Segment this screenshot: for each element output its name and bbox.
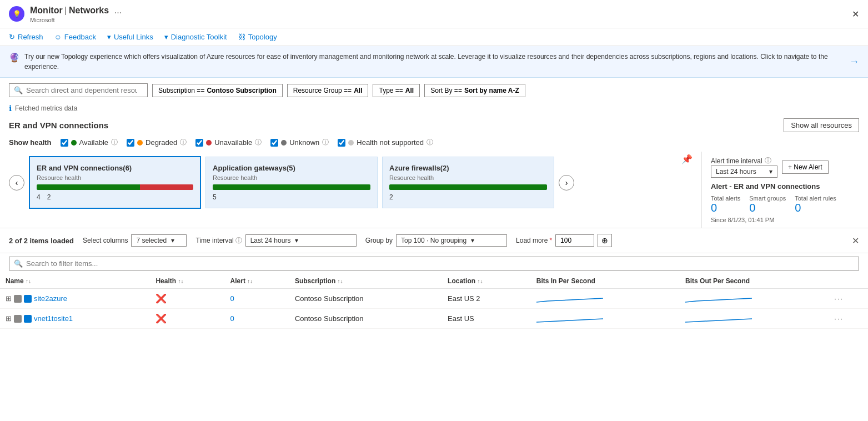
- resource-card-firewalls[interactable]: Azure firewalls(2) Resource health 2: [382, 157, 554, 208]
- feedback-button[interactable]: ☺ Feedback: [54, 33, 96, 41]
- banner-arrow-icon[interactable]: →: [849, 56, 859, 68]
- section-title: ER and VPN connections: [9, 121, 108, 130]
- row-health-cell-2: ❌: [150, 309, 224, 329]
- columns-control: Select columns 7 selected ▾: [83, 234, 187, 247]
- load-more-input[interactable]: [555, 234, 594, 247]
- row-alert-link-2[interactable]: 0: [230, 314, 234, 323]
- row-more-actions-2[interactable]: ···: [834, 314, 844, 323]
- useful-links-button[interactable]: ▾ Useful Links: [107, 33, 153, 41]
- col-location[interactable]: Location ↑↓: [442, 274, 531, 289]
- toolkit-chevron-icon: ▾: [164, 33, 168, 41]
- col-health[interactable]: Health ↑↓: [150, 274, 224, 289]
- row-bits-out-cell-2: [680, 309, 829, 329]
- card-red-bar: [140, 184, 193, 190]
- new-alert-button[interactable]: + New Alert: [782, 161, 829, 174]
- load-more-control: Load more * ⊕ hours: [516, 234, 612, 247]
- cards-section: 📌 ‹ ER and VPN connections(6) Resource h…: [0, 152, 701, 228]
- toolbar: ↻ Refresh ☺ Feedback ▾ Useful Links ▾ Di…: [0, 28, 868, 46]
- unknown-info-icon[interactable]: ⓘ: [322, 138, 329, 147]
- row-type-icon-2: [14, 315, 22, 323]
- interval-control-label: Time interval ⓘ: [195, 236, 242, 245]
- search-input[interactable]: [26, 86, 137, 94]
- feedback-icon: ☺: [54, 33, 62, 41]
- load-more-button[interactable]: ⊕: [598, 234, 612, 247]
- health-degraded: Degraded ⓘ: [127, 138, 187, 147]
- card-health-label-app-gateways: Resource health: [213, 174, 370, 181]
- header-subtitle: Microsoft: [30, 17, 125, 23]
- health-sort-icon: ↑↓: [178, 278, 183, 284]
- degraded-checkbox[interactable]: [127, 139, 134, 147]
- degraded-info-icon[interactable]: ⓘ: [180, 138, 187, 147]
- row-name-link-1[interactable]: site2azure: [34, 294, 67, 303]
- unavailable-info-icon[interactable]: ⓘ: [255, 138, 262, 147]
- col-name[interactable]: Name ↑↓: [0, 274, 150, 289]
- type-filter[interactable]: Type == All: [373, 84, 420, 97]
- resource-card-er-vpn[interactable]: ER and VPN connections(6) Resource healt…: [29, 156, 201, 209]
- group-by-chevron-icon: ▾: [471, 237, 474, 244]
- name-sort-icon: ↑↓: [26, 278, 31, 284]
- search-box[interactable]: 🔍: [9, 83, 148, 97]
- prev-card-button[interactable]: ‹: [9, 175, 24, 191]
- card-health-bar-firewalls: [389, 184, 547, 190]
- unknown-checkbox[interactable]: [270, 139, 278, 147]
- health-label: Show health: [9, 138, 52, 147]
- banner-content: 🔮 Try our new Topology experience which …: [9, 52, 849, 72]
- header-ellipsis-button[interactable]: ...: [111, 4, 125, 17]
- interval-label-group: Alert time interval ⓘ Last 24 hours ▾: [711, 156, 777, 178]
- close-panel-button[interactable]: ✕: [852, 235, 859, 246]
- bits-out-chart-1: [685, 292, 752, 303]
- group-by-label: Group by: [365, 237, 393, 244]
- col-subscription[interactable]: Subscription ↑↓: [289, 274, 442, 289]
- sort-by-filter[interactable]: Sort By == Sort by name A-Z: [424, 84, 525, 97]
- card-title-firewalls: Azure firewalls(2): [389, 164, 547, 172]
- next-card-button[interactable]: ›: [559, 175, 574, 191]
- row-name-link-2[interactable]: vnet1tosite1: [34, 314, 73, 323]
- health-not-supported-info-icon[interactable]: ⓘ: [427, 138, 433, 147]
- resource-group-filter[interactable]: Resource Group == All: [287, 84, 369, 97]
- subscription-filter[interactable]: Subscription == Contoso Subscription: [152, 84, 283, 97]
- columns-select[interactable]: 7 selected ▾: [131, 234, 187, 247]
- health-error-icon-2: ❌: [155, 314, 167, 323]
- row-name-cell: ⊞ site2azure: [0, 289, 150, 309]
- interval-info-icon[interactable]: ⓘ: [765, 156, 771, 166]
- pin-button[interactable]: 📌: [681, 154, 693, 164]
- col-alert[interactable]: Alert ↑↓: [225, 274, 289, 289]
- bits-in-chart-2: [536, 312, 603, 323]
- table-row: ⊞ site2azure ❌ 0 Contoso Subscription Ea…: [0, 289, 868, 309]
- health-not-supported-checkbox[interactable]: [338, 139, 345, 147]
- row-bits-in-cell-1: [531, 289, 680, 309]
- card-green-bar: [37, 184, 140, 190]
- info-icon: ℹ: [9, 104, 12, 113]
- health-unavailable: Unavailable ⓘ: [195, 138, 262, 147]
- health-error-icon-1: ❌: [155, 294, 167, 303]
- available-info-icon[interactable]: ⓘ: [111, 138, 118, 147]
- search-icon: 🔍: [14, 86, 23, 94]
- col-bits-out: Bits Out Per Second: [680, 274, 829, 289]
- row-name-cell: ⊞ vnet1tosite1: [0, 309, 150, 329]
- row-expand-icon-2[interactable]: ⊞: [6, 314, 12, 323]
- health-available: Available ⓘ: [61, 138, 118, 147]
- available-checkbox[interactable]: [61, 139, 68, 147]
- table-search-input[interactable]: [26, 259, 854, 268]
- row-alert-link-1[interactable]: 0: [230, 294, 234, 303]
- table-search-box[interactable]: 🔍: [9, 257, 859, 270]
- refresh-button[interactable]: ↻ Refresh: [9, 33, 43, 41]
- resource-card-app-gateways[interactable]: Application gateways(5) Resource health …: [205, 157, 378, 208]
- topology-button[interactable]: ⛓ Topology: [238, 33, 277, 41]
- header-left: 💡 Monitor | Networks ... Microsoft: [9, 4, 125, 23]
- interval-ctrl-info-icon[interactable]: ⓘ: [235, 236, 242, 245]
- row-expand-icon[interactable]: ⊞: [6, 294, 12, 303]
- section-header: ER and VPN connections Show all resource…: [0, 115, 868, 134]
- diagnostic-toolkit-button[interactable]: ▾ Diagnostic Toolkit: [164, 33, 227, 41]
- close-button[interactable]: ✕: [852, 9, 859, 19]
- show-all-resources-button[interactable]: Show all resources: [784, 118, 859, 132]
- interval-control: Time interval ⓘ Last 24 hours ▾: [195, 234, 356, 247]
- interval-select[interactable]: Last 24 hours ▾: [711, 166, 777, 178]
- row-more-actions-1[interactable]: ···: [834, 294, 844, 303]
- group-by-select[interactable]: Top 100 · No grouping ▾: [396, 234, 507, 247]
- unavailable-checkbox[interactable]: [195, 139, 203, 147]
- table-search-icon: 🔍: [14, 259, 23, 268]
- location-sort-icon: ↑↓: [477, 278, 483, 284]
- banner-text: Try our new Topology experience which of…: [24, 52, 849, 72]
- interval-control-select[interactable]: Last 24 hours ▾: [245, 234, 357, 247]
